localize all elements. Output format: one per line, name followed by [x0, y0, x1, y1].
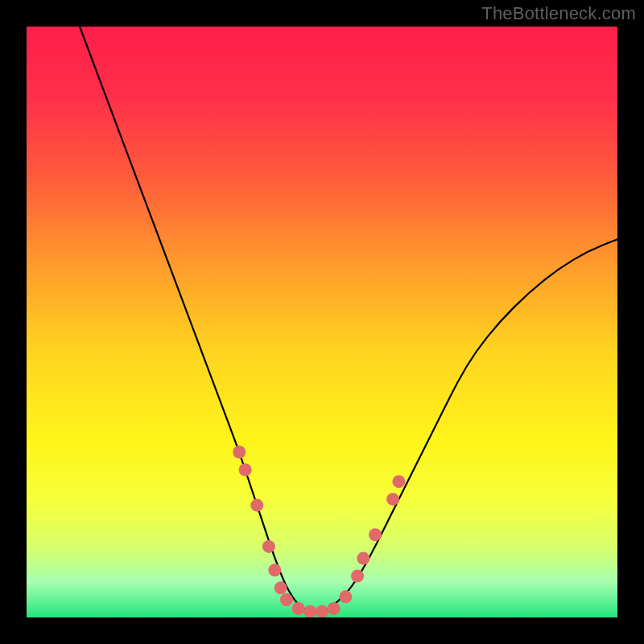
data-marker — [280, 593, 293, 606]
data-marker — [275, 581, 287, 594]
data-marker — [303, 605, 316, 617]
data-marker — [239, 464, 252, 477]
data-marker — [268, 564, 281, 576]
data-marker — [357, 552, 369, 565]
data-marker — [369, 528, 382, 541]
data-marker — [339, 590, 352, 603]
data-marker — [392, 475, 405, 488]
watermark-text: TheBottleneck.com — [481, 3, 636, 24]
data-marker — [292, 602, 305, 615]
chart-background — [27, 27, 617, 617]
data-marker — [233, 445, 246, 458]
chart-frame: TheBottleneck.com — [0, 0, 644, 644]
data-marker — [386, 493, 399, 506]
bottleneck-chart — [27, 27, 617, 617]
data-marker — [262, 540, 275, 553]
data-marker — [351, 570, 364, 583]
data-marker — [250, 499, 263, 512]
data-marker — [328, 602, 341, 615]
data-marker — [316, 605, 328, 617]
